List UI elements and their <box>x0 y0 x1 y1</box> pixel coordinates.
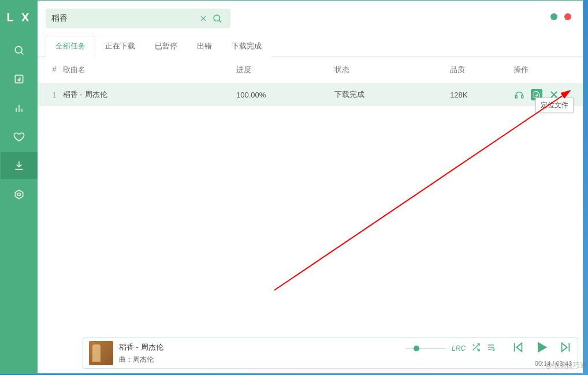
nav-search[interactable] <box>1 37 38 63</box>
shuffle-icon[interactable] <box>471 343 481 354</box>
track-title: 稻香 - 周杰伦 <box>119 342 163 352</box>
row-name: 稻香 - 周杰伦 <box>63 89 236 100</box>
col-operations: 操作 <box>513 65 575 75</box>
row-quality: 128K <box>450 91 513 99</box>
tab-bar: 全部任务 正在下载 已暂停 出错 下载完成 <box>38 31 583 57</box>
search-icon[interactable] <box>210 13 225 24</box>
play-button-icon[interactable] <box>534 339 550 358</box>
sidebar: L X <box>1 1 38 373</box>
search-box <box>46 9 230 28</box>
volume-slider[interactable] <box>405 348 446 349</box>
tab-finished[interactable]: 下载完成 <box>222 36 271 57</box>
svg-marker-28 <box>538 342 547 353</box>
track-subtitle: 曲：周杰伦 <box>119 355 163 365</box>
tooltip-locate-file: 定位文件 <box>535 97 574 113</box>
nav-charts[interactable] <box>1 95 38 121</box>
svg-point-25 <box>493 349 494 351</box>
album-cover[interactable] <box>89 341 113 365</box>
playlist-icon[interactable] <box>486 343 496 354</box>
svg-line-1 <box>21 52 24 55</box>
lyrics-icon[interactable]: LRC <box>452 344 466 352</box>
col-index: # <box>46 65 63 75</box>
row-index: 1 <box>46 91 63 99</box>
nav-downloads[interactable] <box>1 152 38 179</box>
tab-error[interactable]: 出错 <box>187 36 222 57</box>
annotation-arrow <box>274 88 586 296</box>
svg-rect-14 <box>515 96 517 99</box>
tab-paused[interactable]: 已暂停 <box>145 36 187 57</box>
svg-line-21 <box>274 91 570 290</box>
close-button[interactable] <box>564 13 571 20</box>
nav-favorites[interactable] <box>1 123 38 150</box>
minimize-button[interactable] <box>550 13 557 20</box>
player-bar: 稻香 - 周杰伦 曲：周杰伦 LRC <box>83 337 578 369</box>
search-input[interactable] <box>51 14 197 23</box>
track-info: 稻香 - 周杰伦 曲：周杰伦 <box>119 342 163 365</box>
svg-rect-15 <box>522 96 523 99</box>
col-quality: 品质 <box>450 65 513 75</box>
tab-all[interactable]: 全部任务 <box>46 36 95 57</box>
row-status: 下载完成 <box>334 89 450 100</box>
next-track-icon[interactable] <box>559 341 572 356</box>
table-header: # 歌曲名 进度 状态 品质 操作 <box>38 57 583 83</box>
topbar <box>38 1 583 31</box>
svg-point-9 <box>18 193 21 196</box>
nav-settings[interactable] <box>1 181 38 208</box>
svg-point-0 <box>15 46 22 53</box>
nav-library[interactable] <box>1 66 38 92</box>
logo: L X <box>7 11 32 24</box>
svg-marker-26 <box>516 343 522 352</box>
svg-line-13 <box>219 20 221 22</box>
prev-track-icon[interactable] <box>512 341 524 356</box>
play-icon[interactable] <box>513 89 525 100</box>
col-progress: 进度 <box>236 65 334 75</box>
row-progress: 100.00% <box>236 91 334 99</box>
tab-downloading[interactable]: 正在下载 <box>95 36 145 57</box>
svg-marker-29 <box>562 343 567 352</box>
svg-point-12 <box>214 15 220 21</box>
col-status: 状态 <box>334 65 450 75</box>
svg-marker-8 <box>15 190 23 199</box>
table-row[interactable]: 1 稻香 - 周杰伦 100.00% 下载完成 128K <box>38 83 583 106</box>
window-controls <box>550 13 571 20</box>
watermark: @电脑技巧通 <box>545 361 587 370</box>
col-name: 歌曲名 <box>63 65 236 75</box>
main-area: 全部任务 正在下载 已暂停 出错 下载完成 # 歌曲名 进度 状态 品质 操作 … <box>38 1 583 373</box>
clear-icon[interactable] <box>197 14 210 22</box>
